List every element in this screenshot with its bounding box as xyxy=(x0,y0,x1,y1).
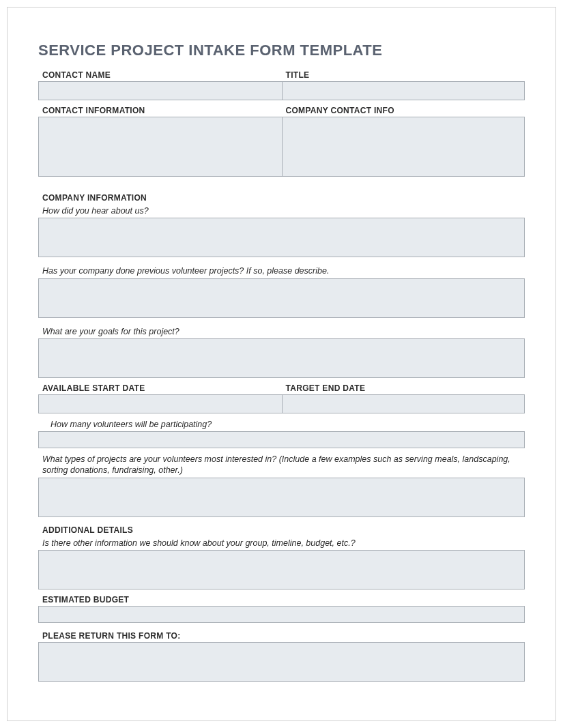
label-start-date: AVAILABLE START DATE xyxy=(38,382,282,394)
field-contact-info[interactable] xyxy=(38,117,282,177)
label-title: TITLE xyxy=(282,69,525,81)
field-contact-name[interactable] xyxy=(38,81,282,100)
label-previous-projects: Has your company done previous volunteer… xyxy=(38,264,525,278)
field-title[interactable] xyxy=(282,81,525,100)
section-volunteers: How many volunteers will be participatin… xyxy=(38,418,525,448)
page-title: SERVICE PROJECT INTAKE FORM TEMPLATE xyxy=(38,42,525,59)
label-budget: ESTIMATED BUDGET xyxy=(38,594,525,606)
label-volunteers: How many volunteers will be participatin… xyxy=(38,418,525,431)
label-contact-info: CONTACT INFORMATION xyxy=(38,104,282,117)
field-return-to[interactable] xyxy=(38,642,525,682)
section-company-info: COMPANY INFORMATION How did you hear abo… xyxy=(38,192,525,257)
section-budget: ESTIMATED BUDGET xyxy=(38,594,525,623)
label-other-info: Is there other information we should kno… xyxy=(38,536,525,550)
section-return-to: PLEASE RETURN THIS FORM TO: xyxy=(38,630,525,682)
section-previous-projects: Has your company done previous volunteer… xyxy=(38,264,525,317)
form-page: SERVICE PROJECT INTAKE FORM TEMPLATE CON… xyxy=(7,7,556,721)
field-other-info[interactable] xyxy=(38,550,525,589)
label-return-to: PLEASE RETURN THIS FORM TO: xyxy=(38,630,525,642)
field-volunteers[interactable] xyxy=(38,431,525,448)
field-company-contact-info[interactable] xyxy=(282,117,525,177)
section-project-types: What types of projects are your voluntee… xyxy=(38,452,525,517)
label-goals: What are your goals for this project? xyxy=(38,325,525,338)
field-budget[interactable] xyxy=(38,606,525,623)
label-contact-name: CONTACT NAME xyxy=(38,69,282,81)
field-hear-about[interactable] xyxy=(38,218,525,257)
label-hear-about: How did you hear about us? xyxy=(38,204,525,218)
field-end-date[interactable] xyxy=(282,394,525,413)
field-previous-projects[interactable] xyxy=(38,278,525,318)
label-end-date: TARGET END DATE xyxy=(282,382,525,394)
row-contact-name-title: CONTACT NAME TITLE xyxy=(38,69,525,100)
label-company-contact-info: COMPANY CONTACT INFO xyxy=(282,104,525,117)
label-project-types: What types of projects are your voluntee… xyxy=(38,452,525,478)
label-additional-details: ADDITIONAL DETAILS xyxy=(38,524,525,536)
section-additional-details: ADDITIONAL DETAILS Is there other inform… xyxy=(38,524,525,589)
field-project-types[interactable] xyxy=(38,478,525,517)
label-company-info: COMPANY INFORMATION xyxy=(38,192,525,204)
row-contact-info: CONTACT INFORMATION COMPANY CONTACT INFO xyxy=(38,104,525,177)
section-goals: What are your goals for this project? xyxy=(38,325,525,378)
field-goals[interactable] xyxy=(38,338,525,378)
field-start-date[interactable] xyxy=(38,394,282,413)
row-dates: AVAILABLE START DATE TARGET END DATE xyxy=(38,382,525,413)
